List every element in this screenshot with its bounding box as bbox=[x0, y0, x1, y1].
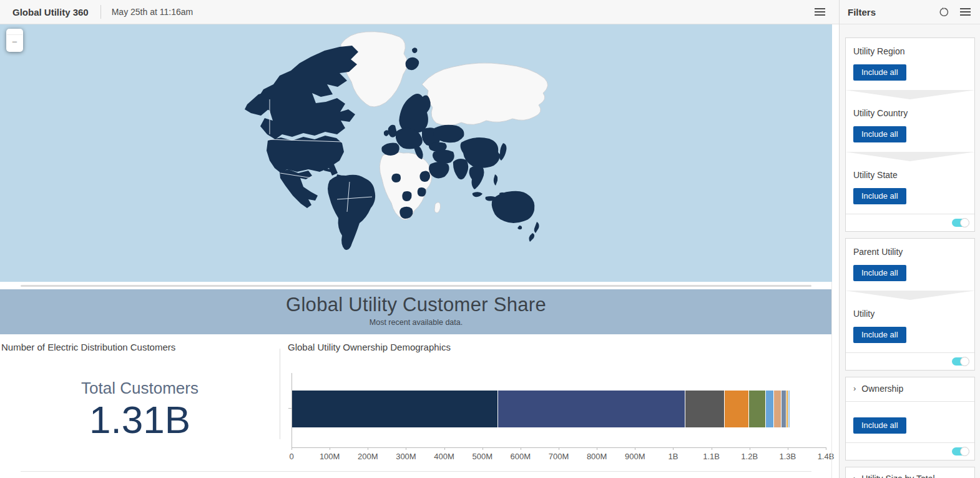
ownership-filter-toggle[interactable] bbox=[952, 447, 969, 456]
customers-card-title: Number of Electric Distribution Customer… bbox=[1, 342, 175, 352]
x-tick-label: 300M bbox=[396, 452, 416, 461]
filters-menu-icon[interactable] bbox=[960, 8, 971, 16]
x-tick-mark bbox=[521, 447, 521, 450]
filter-label: Utility Size by Total Customers bbox=[861, 473, 964, 478]
bar-segment-4[interactable] bbox=[725, 391, 749, 427]
filter-utility-region: Utility Region Include all bbox=[846, 38, 974, 90]
x-tick-mark bbox=[826, 447, 826, 450]
world-map-card: − bbox=[0, 24, 832, 282]
include-all-button-utility-country[interactable]: Include all bbox=[853, 126, 906, 142]
map-scrollbar-track bbox=[0, 282, 832, 289]
filter-group-footer bbox=[846, 352, 974, 370]
kpi-value: 1.31B bbox=[0, 397, 280, 442]
bar-segment-7[interactable] bbox=[774, 391, 782, 427]
report-timestamp: May 25th at 11:16am bbox=[112, 7, 193, 17]
x-tick-mark bbox=[712, 447, 712, 450]
x-tick-mark bbox=[444, 447, 445, 450]
x-tick-label: 200M bbox=[358, 452, 378, 461]
main-menu-icon[interactable] bbox=[815, 8, 825, 16]
filters-panel: Filters Utility Region Include all Utili… bbox=[839, 0, 980, 478]
x-tick-label: 800M bbox=[587, 452, 607, 461]
chevron-down-shape bbox=[846, 152, 974, 161]
filter-group-utility-size: › Utility Size by Total Customers All it… bbox=[845, 467, 975, 478]
filter-parent-utility: Parent Utility Include all bbox=[846, 239, 974, 291]
x-tick-mark bbox=[788, 447, 788, 450]
reset-filters-icon[interactable] bbox=[939, 7, 949, 17]
map-scrollbar-thumb[interactable] bbox=[21, 285, 811, 287]
include-all-button-ownership[interactable]: Include all bbox=[853, 417, 906, 434]
location-filter-toggle[interactable] bbox=[952, 219, 969, 227]
x-tick-label: 1.1B bbox=[703, 452, 720, 461]
filter-utility: Utility Include all bbox=[846, 301, 974, 352]
include-all-button-utility-state[interactable]: Include all bbox=[853, 188, 906, 204]
bar-segment-2[interactable] bbox=[498, 391, 685, 427]
stacked-bar bbox=[292, 391, 826, 427]
x-tick-label: 600M bbox=[511, 452, 531, 461]
card-divider bbox=[280, 349, 280, 439]
demographics-chart-title: Global Utility Ownership Demographics bbox=[288, 342, 451, 352]
bar-segment-8[interactable] bbox=[782, 391, 786, 427]
bar-segment-5[interactable] bbox=[749, 391, 766, 427]
ownership-body: Include all bbox=[846, 402, 974, 442]
filters-body: Utility Region Include all Utility Count… bbox=[840, 24, 980, 478]
filter-label: Utility Region bbox=[853, 46, 967, 56]
filter-group-ownership: › Ownership Include all bbox=[845, 377, 975, 461]
x-tick-mark bbox=[368, 447, 368, 450]
filter-label: Utility bbox=[853, 309, 967, 319]
bar-segment-3[interactable] bbox=[685, 391, 725, 427]
include-all-button-parent-utility[interactable]: Include all bbox=[853, 265, 906, 281]
x-tick-label: 700M bbox=[549, 452, 569, 461]
filter-utility-state: Utility State Include all bbox=[846, 162, 974, 214]
filter-label: Utility Country bbox=[853, 108, 967, 118]
bar-segment-10[interactable] bbox=[788, 391, 791, 427]
x-tick-mark bbox=[597, 447, 597, 450]
filter-label: Utility State bbox=[853, 170, 967, 180]
top-bar: Global Utility 360 May 25th at 11:16am bbox=[0, 0, 839, 24]
filter-label: Parent Utility bbox=[853, 247, 967, 257]
demographics-chart: 0100M200M300M400M500M600M700M800M900M1B1… bbox=[292, 366, 826, 472]
filter-utility-country: Utility Country Include all bbox=[846, 100, 974, 152]
x-tick-mark bbox=[330, 447, 330, 450]
section-divider bbox=[21, 471, 811, 472]
x-tick-label: 1B bbox=[668, 452, 678, 461]
banner-title: Global Utility Customer Share bbox=[0, 294, 832, 316]
kpi-label: Total Customers bbox=[0, 379, 280, 398]
x-tick-mark bbox=[635, 447, 635, 450]
filter-funnel-connector bbox=[846, 90, 974, 100]
chevron-right-icon: › bbox=[853, 383, 856, 395]
filter-funnel-connector bbox=[846, 291, 974, 301]
x-tick-mark bbox=[673, 447, 674, 450]
filters-title: Filters bbox=[848, 7, 876, 17]
filter-group-footer bbox=[846, 442, 974, 460]
x-tick-label: 900M bbox=[625, 452, 645, 461]
chart-y-tick bbox=[288, 408, 292, 409]
filter-group-utility: Parent Utility Include all Utility Inclu… bbox=[845, 238, 975, 371]
x-tick-label: 1.2B bbox=[741, 452, 758, 461]
x-tick-label: 500M bbox=[472, 452, 492, 461]
x-tick-mark bbox=[559, 447, 559, 450]
filters-header: Filters bbox=[840, 0, 980, 24]
banner-subtitle: Most recent available data. bbox=[0, 318, 832, 327]
world-map-choropleth[interactable] bbox=[0, 24, 832, 282]
minus-icon: − bbox=[6, 37, 23, 46]
title-divider bbox=[100, 5, 101, 19]
chevron-down-shape bbox=[846, 291, 974, 300]
banner: Global Utility Customer Share Most recen… bbox=[0, 289, 832, 334]
x-tick-label: 100M bbox=[320, 452, 340, 461]
filter-group-footer bbox=[846, 214, 974, 231]
filter-funnel-connector bbox=[846, 152, 974, 162]
bar-segment-1[interactable] bbox=[292, 391, 498, 427]
filter-label: Ownership bbox=[861, 383, 903, 395]
include-all-button-utility-region[interactable]: Include all bbox=[853, 64, 906, 81]
include-all-button-utility[interactable]: Include all bbox=[853, 327, 906, 343]
toggle-knob bbox=[960, 218, 969, 227]
toggle-knob bbox=[960, 357, 969, 366]
map-zoom-out-button[interactable]: − bbox=[6, 29, 23, 52]
utility-size-header[interactable]: › Utility Size by Total Customers bbox=[846, 467, 974, 478]
x-tick-mark bbox=[406, 447, 406, 450]
chevron-right-icon: › bbox=[853, 473, 856, 478]
utility-filter-toggle[interactable] bbox=[952, 357, 969, 366]
ownership-header[interactable]: › Ownership bbox=[846, 377, 974, 402]
x-tick-mark bbox=[292, 447, 292, 450]
bar-segment-6[interactable] bbox=[766, 391, 774, 427]
